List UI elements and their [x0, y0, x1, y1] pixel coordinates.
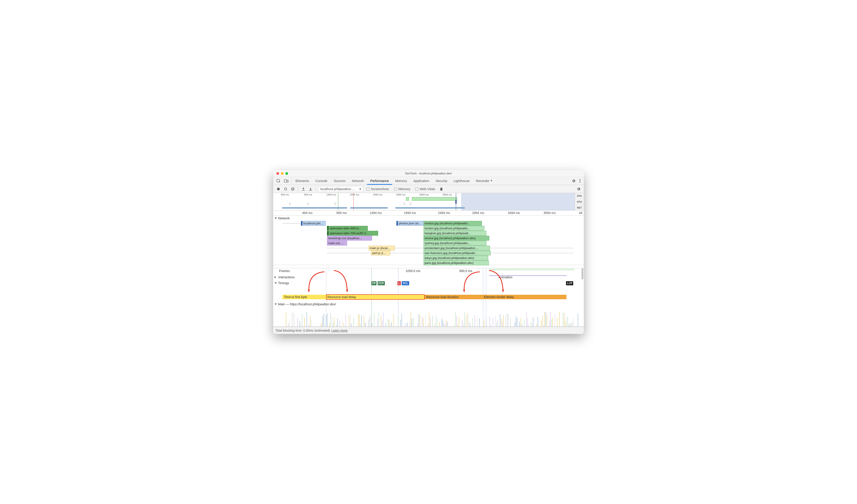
- settings-icon[interactable]: [570, 179, 577, 183]
- timings-header[interactable]: Timings: [273, 280, 290, 286]
- lcp-phase[interactable]: Resource load delay: [326, 295, 425, 299]
- main-tabs: ElementsConsoleSourcesNetworkPerformance…: [273, 177, 584, 185]
- status-bar: Total blocking time: 0.00ms (estimated) …: [273, 327, 584, 334]
- ruler-tick: 2994 ms: [472, 211, 484, 215]
- tab-network[interactable]: Network: [349, 177, 367, 185]
- timing-marker-fcp[interactable]: FCP: [377, 281, 385, 285]
- tab-performance[interactable]: Performance: [367, 177, 392, 185]
- tab-sources[interactable]: Sources: [331, 177, 349, 185]
- network-request[interactable]: opensans-latin-400.w...: [327, 226, 368, 231]
- timing-marker-fp[interactable]: FP: [371, 281, 376, 285]
- svg-point-3: [579, 179, 581, 180]
- svg-rect-9: [302, 190, 305, 190]
- profile-select[interactable]: localhost.philipwalton.... ▾: [318, 186, 363, 192]
- svg-point-4: [579, 181, 581, 181]
- network-request[interactable]: main.js (local...: [369, 246, 395, 250]
- frames-header[interactable]: Frames: [273, 268, 291, 274]
- network-request[interactable]: perf.js (l...: [371, 251, 390, 255]
- interactions-header[interactable]: Interactions: [273, 274, 296, 280]
- timing-marker-l[interactable]: L: [398, 281, 401, 285]
- network-request[interactable]: opensans-latin-700.woff2 (l...: [327, 231, 378, 236]
- network-request[interactable]: main.css ...: [327, 241, 347, 246]
- interactions-label: Interactions: [279, 275, 295, 279]
- ruler-tick: 994 ms: [336, 211, 347, 215]
- lcp-phase[interactable]: Element render delay: [483, 295, 567, 299]
- tab-elements[interactable]: Elements: [292, 177, 312, 185]
- chevron-right-icon: [274, 276, 277, 278]
- network-request[interactable]: london.jpg (localhost.philipwalto...: [423, 226, 485, 231]
- ruler-tick: 494 ms: [302, 211, 313, 215]
- flame-panel[interactable]: Frames 1050.0 ms500.0 ms Animation Inter…: [273, 268, 584, 327]
- kebab-icon[interactable]: [577, 179, 583, 183]
- animation-label: Animation: [499, 275, 512, 279]
- chevron-down-icon: [274, 218, 277, 219]
- device-toggle-icon[interactable]: [282, 179, 290, 183]
- chevron-down-icon: ▾: [359, 187, 361, 191]
- network-request[interactable]: venice.jpg (localhost.philipwalton.dev): [423, 236, 489, 240]
- upload-icon[interactable]: [300, 186, 306, 192]
- timing-marker-dcl[interactable]: DCL: [402, 281, 409, 285]
- network-request[interactable]: bangkok.jpg (localhost.philipwalt...: [423, 231, 486, 236]
- tab-memory[interactable]: Memory: [392, 177, 410, 185]
- tab-lighthouse[interactable]: Lighthouse: [451, 177, 473, 185]
- lcp-phase[interactable]: Resource load duration: [425, 295, 483, 299]
- network-header[interactable]: Network: [273, 216, 584, 221]
- overview-minimap[interactable]: 494 ms994 ms1494 ms1994 ms2494 ms2994 ms…: [273, 193, 584, 211]
- svg-point-6: [277, 188, 280, 190]
- blocking-time-text: Total blocking time: 0.00ms (estimated): [275, 329, 330, 332]
- ruler-tick: 44: [579, 211, 583, 215]
- flask-icon: ▲: [490, 180, 493, 182]
- profile-select-label: localhost.philipwalton....: [320, 187, 355, 191]
- network-request[interactable]: london.jpg (localhost.philipwalto...: [423, 221, 482, 226]
- devtools-window: DevTools - localhost.philipwalton.dev/ E…: [273, 170, 584, 334]
- ruler-tick: 3994 ms: [543, 211, 556, 215]
- ruler-tick: 1994 ms: [404, 211, 416, 215]
- ruler-tick: 1494 ms: [370, 211, 382, 215]
- scrollbar[interactable]: [582, 268, 583, 280]
- network-request[interactable]: sydney.jpg (localhost.philipwalto...: [423, 241, 486, 246]
- network-request[interactable]: tokyo.jpg (localhost.philipwalton.dev): [423, 256, 488, 260]
- checkbox-screenshots[interactable]: Screenshots: [366, 187, 389, 191]
- panel-settings-icon[interactable]: [576, 186, 582, 192]
- svg-rect-2: [287, 180, 288, 182]
- download-icon[interactable]: [308, 186, 314, 192]
- network-request[interactable]: amsterdam.jpg (localhost.philipwalton...…: [423, 246, 490, 250]
- svg-point-5: [579, 182, 581, 183]
- checkbox-web-vitals[interactable]: Web Vitals: [415, 187, 435, 191]
- frames-label: Frames: [279, 269, 290, 273]
- timeline-ruler[interactable]: 494 ms994 ms1494 ms1994 ms2494 ms2994 ms…: [273, 211, 584, 216]
- window-titlebar[interactable]: DevTools - localhost.philipwalton.dev/: [273, 170, 584, 177]
- network-label: Network: [278, 216, 290, 220]
- tab-recorder[interactable]: Recorder▲: [473, 177, 496, 185]
- lcp-phase[interactable]: Time to first byte: [283, 295, 326, 299]
- separator: [291, 179, 291, 183]
- tab-application[interactable]: Application: [410, 177, 432, 185]
- network-request[interactable]: paris.jpg (localhost.philipwalton.dev): [423, 261, 489, 265]
- record-icon[interactable]: [275, 186, 281, 192]
- tab-security[interactable]: Security: [432, 177, 450, 185]
- network-request[interactable]: photos.json (lo...: [396, 221, 425, 226]
- checkbox-memory[interactable]: Memory: [394, 187, 410, 191]
- main-thread-flame[interactable]: [284, 306, 581, 326]
- cpu-label: CPU: [575, 199, 584, 205]
- chevron-down-icon: [274, 282, 277, 284]
- separator: [316, 186, 316, 191]
- resize-grip[interactable]: ⋯: [273, 265, 584, 268]
- fps-label: FPS: [575, 193, 584, 199]
- network-request[interactable]: localhost.phi...: [301, 221, 325, 226]
- learn-more-link[interactable]: Learn more: [332, 329, 348, 332]
- network-request[interactable]: san-francisco.jpg (localhost.philipwalt.…: [423, 251, 491, 255]
- reload-icon[interactable]: [283, 186, 288, 192]
- trash-icon[interactable]: [438, 186, 444, 192]
- clear-icon[interactable]: [290, 186, 296, 192]
- ruler-tick: 3494 ms: [508, 211, 520, 215]
- timing-marker-lcp[interactable]: LCP: [566, 281, 573, 285]
- network-request[interactable]: bootstrap.css (localhos...: [327, 236, 372, 240]
- net-label: NET: [575, 205, 584, 211]
- inspect-icon[interactable]: [274, 179, 282, 183]
- tab-console[interactable]: Console: [312, 177, 330, 185]
- svg-rect-10: [309, 190, 312, 190]
- network-track[interactable]: Network localhost.phi...opensans-latin-4…: [273, 216, 584, 265]
- main-label: Main — https://localhost.philipwalton.de…: [278, 302, 336, 306]
- separator: [298, 186, 298, 191]
